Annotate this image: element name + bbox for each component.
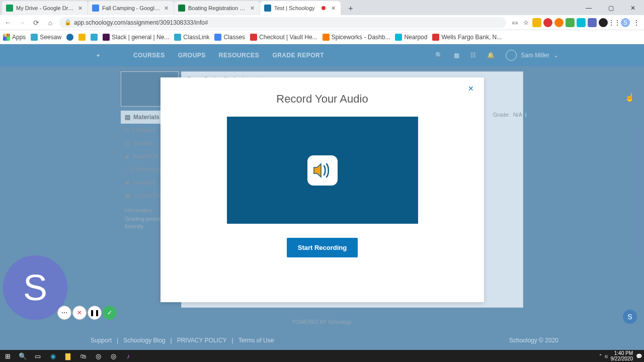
notifications-icon[interactable]: 💬: [636, 353, 642, 359]
start-recording-button[interactable]: Start Recording: [287, 238, 358, 257]
home-button[interactable]: ⌂: [45, 18, 55, 28]
tab-label: My Drive - Google Drive: [16, 5, 74, 11]
bell-icon[interactable]: 🔔: [487, 52, 495, 59]
url-field[interactable]: 🔒 app.schoology.com/assignment/309130833…: [59, 17, 506, 28]
ext-icon[interactable]: [554, 18, 564, 27]
record-audio-modal: ✕ Record Your Audio Start Recording: [160, 77, 484, 302]
close-icon[interactable]: ✕: [249, 5, 256, 12]
tab-label: Test | Schoology: [274, 5, 321, 11]
ext-icon[interactable]: [577, 18, 586, 27]
browser-tab-strip: My Drive - Google Drive ✕ Fall Camping -…: [0, 0, 644, 15]
bookmark[interactable]: [78, 34, 86, 41]
bookmark[interactable]: Spiceworks - Dashb...: [323, 34, 390, 41]
confirm-button[interactable]: ✓: [103, 306, 117, 320]
itunes-icon[interactable]: ♪: [121, 350, 136, 362]
start-button[interactable]: ⊞: [0, 350, 15, 362]
address-bar: ← → ⟳ ⌂ 🔒 app.schoology.com/assignment/3…: [0, 15, 644, 30]
url-text: app.schoology.com/assignment/3091308333/…: [74, 19, 208, 26]
tab-dnrec[interactable]: Boating Registration - DNREC A... ✕: [174, 1, 260, 15]
info-icon[interactable]: i: [525, 111, 526, 119]
close-icon[interactable]: ✕: [330, 5, 337, 12]
modal-close-button[interactable]: ✕: [468, 84, 477, 94]
tray-icon[interactable]: ⎋: [605, 353, 608, 359]
ext-icon[interactable]: [543, 18, 552, 27]
menu-icon[interactable]: ⋮: [632, 18, 641, 27]
reload-button[interactable]: ⟳: [31, 18, 41, 28]
bookmark[interactable]: [91, 34, 98, 41]
modal-title: Record Your Audio: [160, 93, 484, 106]
chrome-icon[interactable]: ◎: [91, 350, 106, 362]
forward-button[interactable]: →: [17, 18, 27, 28]
more-button[interactable]: ⋯: [57, 306, 71, 320]
tab-docs[interactable]: Fall Camping - Google Docs ✕: [88, 1, 174, 15]
audio-preview-box: [227, 117, 418, 224]
chrome-canary-icon[interactable]: ◎: [106, 350, 121, 362]
store-icon[interactable]: 🛍: [75, 350, 91, 362]
footer-copyright: Schoology © 2020: [509, 337, 558, 344]
nav-resources[interactable]: RESOURCES: [219, 52, 260, 59]
nav-groups[interactable]: GROUPS: [178, 52, 206, 59]
tab-label: Boating Registration - DNREC A...: [188, 5, 247, 11]
grade-display: Grade:N/A i: [493, 111, 523, 119]
maximize-button[interactable]: ▢: [600, 1, 622, 15]
cursor-icon: ☝: [625, 93, 635, 102]
bookmark[interactable]: Checkout | Vault He...: [250, 34, 317, 41]
speaker-icon: [307, 155, 338, 186]
star-icon[interactable]: ☆: [521, 18, 530, 27]
edge-icon[interactable]: ◉: [45, 350, 60, 362]
recording-icon: [321, 6, 326, 10]
explorer-icon[interactable]: ▇: [60, 350, 75, 362]
side-badge[interactable]: S: [623, 310, 637, 324]
avatar: [506, 50, 517, 61]
new-tab-button[interactable]: +: [344, 2, 357, 15]
footer-privacy[interactable]: PRIVACY POLICY: [177, 337, 227, 344]
bookmark[interactable]: Slack | general | Ne...: [103, 34, 169, 41]
site-logo[interactable]: ✦: [83, 48, 113, 63]
task-view[interactable]: ▭: [30, 350, 45, 362]
chevron-down-icon: ⌄: [553, 52, 558, 59]
bookmark[interactable]: Wells Fargo Bank, N...: [432, 34, 502, 41]
minimize-button[interactable]: —: [578, 1, 600, 15]
apps-button[interactable]: Apps: [3, 34, 26, 41]
bookmarks-bar: Apps Seesaw Slack | general | Ne... Clas…: [0, 30, 644, 44]
nav-grade-report[interactable]: GRADE REPORT: [272, 52, 324, 59]
nav-courses[interactable]: COURSES: [133, 52, 165, 59]
ext-icon[interactable]: [566, 18, 575, 27]
stop-button[interactable]: ✕: [72, 306, 87, 320]
system-clock[interactable]: 1:40 PM 9/22/2020: [611, 350, 633, 361]
taskbar-search[interactable]: 🔍: [15, 350, 30, 362]
bookmark[interactable]: [66, 34, 73, 41]
close-icon[interactable]: ✕: [163, 5, 170, 12]
ext-icon[interactable]: [588, 18, 597, 27]
apps-grid-icon[interactable]: ▦: [454, 52, 459, 59]
site-footer: Support | Schoology Blog | PRIVACY POLIC…: [0, 331, 644, 350]
calendar-icon[interactable]: ☷: [470, 52, 476, 59]
window-close-button[interactable]: ✕: [622, 1, 644, 15]
recorder-controls: ⋯ ✕ ❚❚ ✓: [57, 306, 117, 320]
cast-icon[interactable]: ▭: [510, 18, 519, 27]
tab-drive[interactable]: My Drive - Google Drive ✕: [2, 1, 88, 15]
footer-terms[interactable]: Terms of Use: [238, 337, 274, 344]
back-button[interactable]: ←: [3, 18, 13, 28]
pause-button[interactable]: ❚❚: [88, 306, 102, 320]
bookmark[interactable]: Classes: [214, 34, 245, 41]
user-menu[interactable]: Sam Miller ⌄: [506, 50, 558, 61]
bookmark[interactable]: Seesaw: [31, 34, 61, 41]
page-content: ✦ COURSES GROUPS RESOURCES GRADE REPORT …: [0, 44, 644, 350]
ext-icon[interactable]: [532, 18, 541, 27]
windows-taskbar: ⊞ 🔍 ▭ ◉ ▇ 🛍 ◎ ◎ ♪ ˄ ⎋ 1:40 PM 9/22/2020 …: [0, 350, 644, 362]
footer-blog[interactable]: Schoology Blog: [123, 337, 165, 344]
bookmark[interactable]: ClassLink: [174, 34, 209, 41]
site-topnav: ✦ COURSES GROUPS RESOURCES GRADE REPORT …: [0, 44, 644, 66]
tray-chevron-icon[interactable]: ˄: [599, 353, 602, 359]
bookmark[interactable]: Nearpod: [395, 34, 427, 41]
close-icon[interactable]: ✕: [76, 5, 84, 12]
profile-icon[interactable]: S: [621, 18, 630, 27]
lock-icon: 🔒: [64, 19, 71, 26]
ext-icon[interactable]: [599, 18, 608, 27]
tab-schoology[interactable]: Test | Schoology ✕: [260, 1, 341, 15]
footer-support[interactable]: Support: [91, 337, 112, 344]
search-icon[interactable]: 🔍: [435, 52, 443, 59]
username: Sam Miller: [521, 52, 549, 59]
extensions-icon[interactable]: ⋮⋮: [610, 18, 619, 27]
